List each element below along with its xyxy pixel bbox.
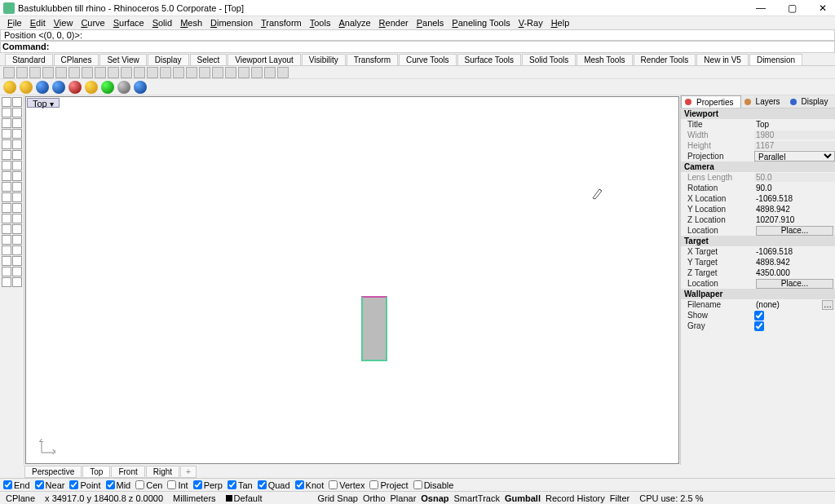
menu-transform[interactable]: Transform xyxy=(257,18,306,28)
val-ztarget[interactable]: 4350.000 xyxy=(754,268,835,277)
tab-solid-tools[interactable]: Solid Tools xyxy=(522,54,576,65)
menu-analyze[interactable]: Analyze xyxy=(334,18,374,28)
render-icon[interactable] xyxy=(134,81,147,94)
tool-icon-10[interactable] xyxy=(134,67,145,78)
refresh-icon[interactable] xyxy=(101,81,114,94)
left-tool-9-1[interactable] xyxy=(12,192,22,202)
left-tool-12-0[interactable] xyxy=(2,224,11,234)
osnap-project[interactable]: Project xyxy=(369,480,408,490)
tool-icon-8[interactable] xyxy=(108,67,119,78)
tool-icon-4[interactable] xyxy=(55,67,67,78)
tool-icon-14[interactable] xyxy=(186,67,197,78)
tool-icon-3[interactable] xyxy=(42,67,54,78)
tool-icon-21[interactable] xyxy=(277,67,289,78)
status-units[interactable]: Millimeters xyxy=(170,493,219,503)
left-tool-13-0[interactable] xyxy=(2,235,11,245)
tab-new-in-v5[interactable]: New in V5 xyxy=(696,54,749,65)
tab-set-view[interactable]: Set View xyxy=(99,54,146,65)
tool-icon-7[interactable] xyxy=(95,67,106,78)
status-filter[interactable]: Filter xyxy=(607,493,632,503)
left-tool-14-0[interactable] xyxy=(2,245,11,255)
panel-tab-display[interactable]: Display xyxy=(787,95,835,108)
left-tool-4-1[interactable] xyxy=(12,139,22,149)
left-tool-2-1[interactable] xyxy=(12,118,22,128)
status-planar[interactable]: Planar xyxy=(388,493,419,503)
left-tool-1-1[interactable] xyxy=(12,108,22,117)
osnap-vertex-checkbox[interactable] xyxy=(329,480,338,489)
osnap-perp-checkbox[interactable] xyxy=(193,480,202,489)
left-tool-6-0[interactable] xyxy=(2,161,11,170)
panel-tab-properties[interactable]: Properties xyxy=(681,95,741,108)
left-tool-3-1[interactable] xyxy=(12,129,22,139)
tab-cplanes[interactable]: CPlanes xyxy=(54,54,99,65)
left-tool-9-0[interactable] xyxy=(2,192,11,202)
panel-tab-layers[interactable]: Layers xyxy=(741,95,787,108)
tab-viewport-layout[interactable]: Viewport Layout xyxy=(228,54,301,65)
osnap-perp[interactable]: Perp xyxy=(193,480,223,490)
osnap-point[interactable]: Point xyxy=(69,480,100,490)
osnap-point-checkbox[interactable] xyxy=(69,480,78,489)
viewport-label[interactable]: Top ▾ xyxy=(27,98,60,108)
osnap-quad[interactable]: Quad xyxy=(258,480,290,490)
val-zloc[interactable]: 10207.910 xyxy=(754,215,835,224)
status-smarttrack[interactable]: SmartTrack xyxy=(452,493,502,503)
left-tool-1-0[interactable] xyxy=(2,108,11,117)
tab-transform[interactable]: Transform xyxy=(347,54,398,65)
browse-wallpaper-button[interactable]: … xyxy=(822,300,833,310)
left-tool-10-1[interactable] xyxy=(12,203,22,213)
undo-icon[interactable] xyxy=(68,81,82,94)
tool-icon-16[interactable] xyxy=(212,67,223,78)
menu-surface[interactable]: Surface xyxy=(109,18,148,28)
tab-surface-tools[interactable]: Surface Tools xyxy=(457,54,521,65)
osnap-mid[interactable]: Mid xyxy=(106,480,131,490)
tool-icon-15[interactable] xyxy=(199,67,210,78)
tool-icon-0[interactable] xyxy=(3,67,15,78)
val-xtarget[interactable]: -1069.518 xyxy=(754,247,835,256)
left-tool-3-0[interactable] xyxy=(2,129,11,139)
tab-visibility[interactable]: Visibility xyxy=(302,54,346,65)
left-tool-8-1[interactable] xyxy=(12,182,22,192)
tab-standard[interactable]: Standard xyxy=(5,54,53,65)
osnap-tan[interactable]: Tan xyxy=(228,480,253,490)
tab-render-tools[interactable]: Render Tools xyxy=(634,54,696,65)
val-yloc[interactable]: 4898.942 xyxy=(754,205,835,214)
left-tool-12-1[interactable] xyxy=(12,224,22,234)
redo-icon[interactable] xyxy=(85,81,98,94)
left-tool-0-0[interactable] xyxy=(2,97,11,107)
tool-icon-1[interactable] xyxy=(16,67,28,78)
osnap-disable[interactable]: Disable xyxy=(413,480,454,490)
status-layer[interactable]: Default xyxy=(223,493,265,503)
view-tab-top[interactable]: Top xyxy=(82,466,110,478)
status-osnap[interactable]: Osnap xyxy=(418,493,451,503)
left-tool-5-1[interactable] xyxy=(12,150,22,160)
left-tool-0-1[interactable] xyxy=(12,97,22,107)
menu-v-ray[interactable]: V-Ray xyxy=(515,18,547,28)
left-tool-8-0[interactable] xyxy=(2,182,11,192)
tool-icon-17[interactable] xyxy=(225,67,236,78)
osnap-knot-checkbox[interactable] xyxy=(295,480,304,489)
tool-icon-11[interactable] xyxy=(147,67,158,78)
left-tool-11-1[interactable] xyxy=(12,214,22,223)
left-tool-7-0[interactable] xyxy=(2,171,11,181)
left-tool-11-0[interactable] xyxy=(2,214,11,223)
osnap-mid-checkbox[interactable] xyxy=(106,480,115,489)
osnap-quad-checkbox[interactable] xyxy=(258,480,267,489)
open-icon[interactable] xyxy=(20,81,33,94)
left-tool-15-0[interactable] xyxy=(2,256,11,266)
command-input[interactable] xyxy=(51,42,834,52)
osnap-int[interactable]: Int xyxy=(167,480,188,490)
place-camera-button[interactable]: Place... xyxy=(756,226,833,236)
options-icon[interactable] xyxy=(117,81,130,94)
status-ortho[interactable]: Ortho xyxy=(360,493,388,503)
val-rotation[interactable]: 90.0 xyxy=(754,183,835,192)
view-tab-front[interactable]: Front xyxy=(111,466,144,478)
menu-paneling-tools[interactable]: Paneling Tools xyxy=(448,18,514,28)
left-tool-4-0[interactable] xyxy=(2,139,11,149)
tool-icon-2[interactable] xyxy=(29,67,41,78)
tool-icon-9[interactable] xyxy=(121,67,132,78)
tool-icon-13[interactable] xyxy=(173,67,184,78)
selected-geometry[interactable] xyxy=(361,296,387,361)
tab-select[interactable]: Select xyxy=(190,54,228,65)
globe-icon[interactable] xyxy=(3,81,16,94)
status-gumball[interactable]: Gumball xyxy=(502,493,543,503)
